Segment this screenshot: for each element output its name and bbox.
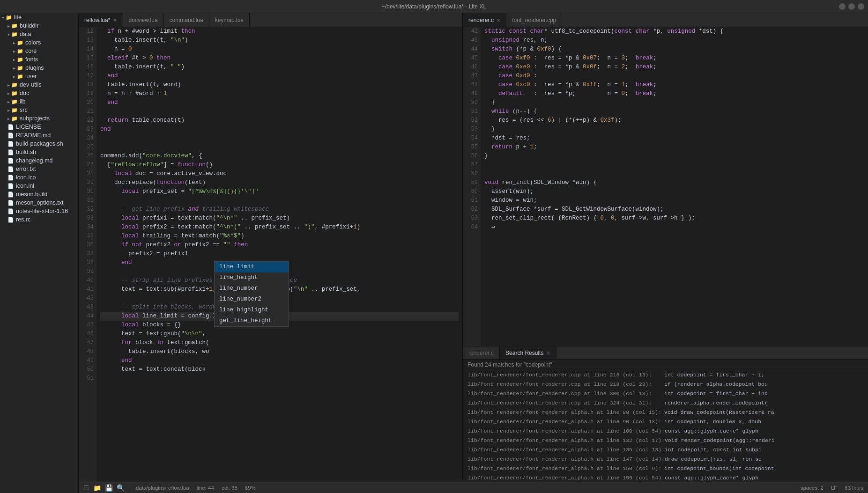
sidebar-item-meson_options.txt[interactable]: 📄meson_options.txt xyxy=(0,199,78,207)
folder-icon: 📁 xyxy=(11,116,18,122)
minimize-button[interactable]: − xyxy=(839,3,846,10)
sidebar-item-meson.build[interactable]: 📄meson.build xyxy=(0,190,78,199)
code-line: case 0xc0 : res = *p & 0x1f; n = 1; brea… xyxy=(484,81,864,89)
autocomplete-item[interactable]: line_number xyxy=(215,283,289,294)
search-result-row[interactable]: lib/font_renderer/font_renderer_alpha.h … xyxy=(463,473,868,482)
line-num: 63 xyxy=(463,214,478,223)
search-result-row[interactable]: lib/font_renderer/font_renderer_alpha.h … xyxy=(463,464,868,473)
code-line: local doc = core.active_view.doc xyxy=(100,169,459,178)
sr-file: lib/font_renderer/font_renderer_alpha.h … xyxy=(467,474,665,482)
menu-icon[interactable]: ☰ xyxy=(83,484,89,492)
sidebar-item-build-packages.sh[interactable]: 📄build-packages.sh xyxy=(0,140,78,148)
right-panel: renderer.c×font_renderer.cpp 42434445464… xyxy=(463,13,868,482)
right-tab-renderer-c[interactable]: renderer.c× xyxy=(463,13,506,27)
sidebar-item-lite-root[interactable]: ▾📁lite xyxy=(0,13,78,22)
search-icon[interactable]: 🔍 xyxy=(117,484,125,492)
sidebar-item-icon.ico[interactable]: 📄icon.ico xyxy=(0,173,78,182)
sidebar-item-builddir[interactable]: ▸📁builddir xyxy=(0,22,78,30)
code-line: void ren_init(SDL_Window *win) { xyxy=(484,178,864,187)
close-button[interactable]: × xyxy=(858,3,864,10)
tab-close-icon[interactable]: × xyxy=(497,17,500,23)
sidebar-item-plugins[interactable]: ▸📁plugins xyxy=(0,64,78,72)
search-result-row[interactable]: lib/font_renderer/font_renderer_alpha.h … xyxy=(463,427,868,436)
code-line: -- get line prefix and trailing whitespa… xyxy=(100,205,459,214)
line-num: 50 xyxy=(463,98,478,107)
right-tab-font-renderer-cpp[interactable]: font_renderer.cpp xyxy=(506,13,562,27)
left-code-content[interactable]: if n + #word > limit then table.insert(t… xyxy=(96,27,462,482)
folder-icon[interactable]: 📁 xyxy=(93,484,101,492)
left-tab-command[interactable]: command.lua xyxy=(164,13,209,27)
sidebar-item-src[interactable]: ▸📁src xyxy=(0,106,78,114)
status-col[interactable]: col: 38 xyxy=(222,485,237,491)
line-num: 44 xyxy=(463,45,478,54)
autocomplete-list[interactable]: line_limitline_heightline_numberline_num… xyxy=(214,261,289,327)
autocomplete-item[interactable]: get_line_height xyxy=(215,316,289,326)
sidebar-item-notes-lite-xl-for-1.16[interactable]: 📄notes-lite-xl-for-1.16 xyxy=(0,207,78,215)
sidebar-item-lib[interactable]: ▸📁lib xyxy=(0,97,78,106)
sidebar-label: core xyxy=(25,48,37,54)
search-result-row[interactable]: lib/font_renderer/font_renderer.cpp at l… xyxy=(463,380,868,389)
sidebar-label: meson_options.txt xyxy=(16,199,63,206)
bottom-content[interactable]: Found 24 matches for "codepoint" lib/fon… xyxy=(463,360,868,482)
search-result-row[interactable]: lib/font_renderer/font_renderer_alpha.h … xyxy=(463,455,868,464)
bottom-tab-renderer-c-tab[interactable]: renderer.c xyxy=(463,346,500,359)
left-code-view[interactable]: 1213141516171819202122232425262728293031… xyxy=(79,27,462,482)
left-tab-docview[interactable]: docview.lua xyxy=(123,13,164,27)
line-num: 50 xyxy=(79,365,94,374)
left-tab-keymap[interactable]: keymap.lua xyxy=(209,13,250,27)
autocomplete-item[interactable]: line_height xyxy=(215,272,289,283)
maximize-button[interactable]: □ xyxy=(848,3,855,10)
sidebar-item-res.rc[interactable]: 📄res.rc xyxy=(0,215,78,224)
sidebar-item-LICENSE[interactable]: 📄LICENSE xyxy=(0,123,78,131)
code-line: case 0xf0 : res = *p & 0x07; n = 3; brea… xyxy=(484,54,864,63)
tab-close-icon[interactable]: × xyxy=(113,17,117,23)
sidebar-item-icon.inl[interactable]: 📄icon.inl xyxy=(0,182,78,190)
search-result-row[interactable]: lib/font_renderer/font_renderer_alpha.h … xyxy=(463,445,868,455)
tab-label: docview.lua xyxy=(129,17,158,23)
sidebar-item-build.sh[interactable]: 📄build.sh xyxy=(0,148,78,156)
autocomplete-item[interactable]: line_limit xyxy=(215,262,289,272)
left-tab-reflow[interactable]: reflow.lua*× xyxy=(79,13,123,27)
line-num: 27 xyxy=(79,161,94,169)
search-result-row[interactable]: lib/font_renderer/font_renderer.cpp at l… xyxy=(463,398,868,408)
autocomplete-item[interactable]: line_number2 xyxy=(215,294,289,305)
sidebar-label: src xyxy=(20,107,28,113)
tab-close-icon[interactable]: × xyxy=(546,350,550,356)
code-line: assert(win); xyxy=(484,187,864,196)
autocomplete-item[interactable]: line_highlight xyxy=(215,305,289,316)
line-num: 39 xyxy=(79,267,94,276)
save-icon[interactable]: 💾 xyxy=(105,484,113,492)
line-num: 51 xyxy=(463,107,478,116)
sidebar-item-doc[interactable]: ▸📁doc xyxy=(0,89,78,97)
sidebar-item-core[interactable]: ▸📁core xyxy=(0,47,78,55)
file-icon: 📄 xyxy=(7,166,14,172)
sidebar-item-user[interactable]: ▸📁user xyxy=(0,72,78,81)
sidebar-item-README.md[interactable]: 📄README.md xyxy=(0,131,78,140)
status-lf[interactable]: LF xyxy=(831,485,837,491)
editors-row: reflow.lua*×docview.luacommand.luakeymap… xyxy=(79,13,868,482)
sidebar-item-colors[interactable]: ▸📁colors xyxy=(0,38,78,47)
search-result-row[interactable]: lib/font_renderer/font_renderer_alpha.h … xyxy=(463,408,868,417)
title-bar: ~/dev/lite/data/plugins/reflow.lua* - Li… xyxy=(0,0,868,13)
search-result-row[interactable]: lib/font_renderer/font_renderer_alpha.h … xyxy=(463,417,868,427)
sidebar-item-data[interactable]: ▾📁data xyxy=(0,30,78,38)
sidebar-item-subprojects[interactable]: ▸📁subprojects xyxy=(0,114,78,123)
search-header: Found 24 matches for "codepoint" xyxy=(463,360,868,370)
line-num: 47 xyxy=(79,338,94,347)
bottom-tab-search-results[interactable]: Search Results× xyxy=(500,346,556,359)
search-result-row[interactable]: lib/font_renderer/font_renderer_alpha.h … xyxy=(463,436,868,445)
folder-icon: 📁 xyxy=(11,31,18,37)
code-line xyxy=(484,169,864,178)
search-result-row[interactable]: lib/font_renderer/font_renderer.cpp at l… xyxy=(463,389,868,398)
right-code-view[interactable]: 4243444546474849505152535455565758596061… xyxy=(463,27,868,346)
status-percent: 69% xyxy=(245,485,256,491)
right-code-content[interactable]: static const char* utf8_to_codepoint(con… xyxy=(481,27,868,346)
sr-code: renderer_alpha.render_codepoint( xyxy=(664,399,768,407)
sidebar-item-error.txt[interactable]: 📄error.txt xyxy=(0,165,78,173)
sidebar-item-fonts[interactable]: ▸📁fonts xyxy=(0,55,78,64)
sidebar-item-dev-utils[interactable]: ▸📁dev-utils xyxy=(0,81,78,89)
status-spaces[interactable]: spaces: 2 xyxy=(801,485,823,491)
status-line[interactable]: line: 44 xyxy=(197,485,214,491)
sidebar-item-changelog.md[interactable]: 📄changelog.md xyxy=(0,156,78,165)
search-result-row[interactable]: lib/font_renderer/font_renderer.cpp at l… xyxy=(463,370,868,380)
